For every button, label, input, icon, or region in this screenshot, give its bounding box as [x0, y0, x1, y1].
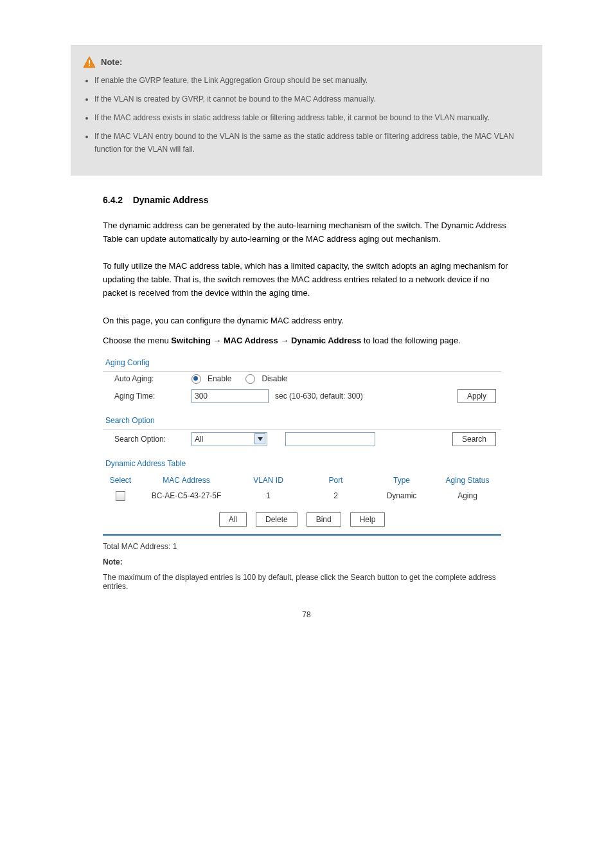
paragraph: The dynamic address can be generated by … — [103, 219, 510, 246]
section-title: Dynamic Address — [133, 195, 209, 205]
menu-prefix: Choose the menu — [103, 336, 171, 345]
auto-aging-label: Auto Aging: — [114, 374, 191, 383]
note-item: If the VLAN is created by GVRP, it canno… — [94, 93, 530, 105]
menu-path-line: Choose the menu Switching → MAC Address … — [103, 336, 510, 345]
arrow-icon: → — [213, 336, 221, 345]
row-vlan: 1 — [235, 491, 302, 501]
aging-time-input[interactable] — [191, 389, 269, 403]
col-port-header: Port — [302, 476, 369, 485]
apply-button[interactable]: Apply — [458, 389, 496, 403]
menu-part: Dynamic Address — [291, 336, 361, 345]
svg-rect-2 — [89, 65, 90, 66]
menu-suffix: to load the following page. — [364, 336, 461, 345]
page-number: 78 — [39, 610, 574, 619]
aging-config-heading: Aging Config — [103, 354, 501, 372]
chevron-down-icon — [254, 433, 265, 444]
footer-note-text: The maximum of the displayed entries is … — [103, 573, 501, 591]
search-option-label: Search Option: — [114, 435, 191, 444]
row-port: 2 — [302, 491, 369, 501]
auto-aging-disable-radio[interactable] — [245, 374, 255, 384]
col-type-header: Type — [369, 476, 434, 485]
note-item: If enable the GVRP feature, the Link Agg… — [94, 75, 530, 87]
delete-button[interactable]: Delete — [256, 512, 298, 527]
col-mac-header: MAC Address — [138, 476, 235, 485]
menu-part: Switching — [171, 336, 210, 345]
enable-label: Enable — [208, 374, 231, 383]
svg-rect-1 — [89, 60, 90, 64]
warning-icon — [83, 56, 96, 69]
auto-aging-enable-radio[interactable] — [191, 374, 201, 384]
table-header-row: Select MAC Address VLAN ID Port Type Agi… — [103, 472, 501, 489]
aging-time-label: Aging Time: — [114, 392, 191, 401]
dynamic-table-heading: Dynamic Address Table — [103, 455, 501, 472]
col-select-header: Select — [103, 476, 138, 485]
footer-note-label: Note: — [103, 557, 501, 566]
row-aging: Aging — [434, 491, 501, 501]
svg-marker-3 — [258, 437, 263, 441]
menu-part: MAC Address — [224, 336, 278, 345]
row-mac: BC-AE-C5-43-27-5F — [138, 491, 235, 501]
note-list: If enable the GVRP feature, the Link Agg… — [94, 75, 530, 156]
note-title: Note: — [101, 56, 122, 69]
table-row: BC-AE-C5-43-27-5F 1 2 Dynamic Aging — [103, 489, 501, 503]
config-panel: Aging Config Auto Aging: Enable Disable … — [103, 354, 501, 591]
row-type: Dynamic — [369, 491, 434, 501]
section-number: 6.4.2 — [103, 195, 123, 205]
search-button[interactable]: Search — [452, 432, 496, 446]
aging-time-help: sec (10-630, default: 300) — [275, 392, 363, 401]
row-select-checkbox[interactable] — [116, 491, 125, 501]
bind-button[interactable]: Bind — [306, 512, 341, 527]
help-button[interactable]: Help — [350, 512, 386, 527]
disable-label: Disable — [262, 374, 287, 383]
search-option-heading: Search Option — [103, 412, 501, 429]
arrow-icon: → — [280, 336, 289, 345]
col-vlan-header: VLAN ID — [235, 476, 302, 485]
section-heading: 6.4.2 Dynamic Address — [103, 195, 510, 205]
search-option-selected: All — [195, 435, 203, 444]
note-item: If the MAC address exists in static addr… — [94, 112, 530, 124]
paragraph: On this page, you can configure the dyna… — [103, 314, 510, 328]
note-box: Note: If enable the GVRP feature, the Li… — [71, 45, 542, 176]
note-item: If the MAC VLAN entry bound to the VLAN … — [94, 131, 530, 155]
table-button-row: All Delete Bind Help — [103, 503, 501, 536]
search-option-select[interactable]: All — [191, 432, 267, 446]
all-button[interactable]: All — [219, 512, 247, 527]
paragraph: To fully utilize the MAC address table, … — [103, 260, 510, 300]
total-mac-line: Total MAC Address: 1 — [103, 542, 501, 551]
search-value-input[interactable] — [285, 432, 375, 446]
col-aging-header: Aging Status — [434, 476, 501, 485]
